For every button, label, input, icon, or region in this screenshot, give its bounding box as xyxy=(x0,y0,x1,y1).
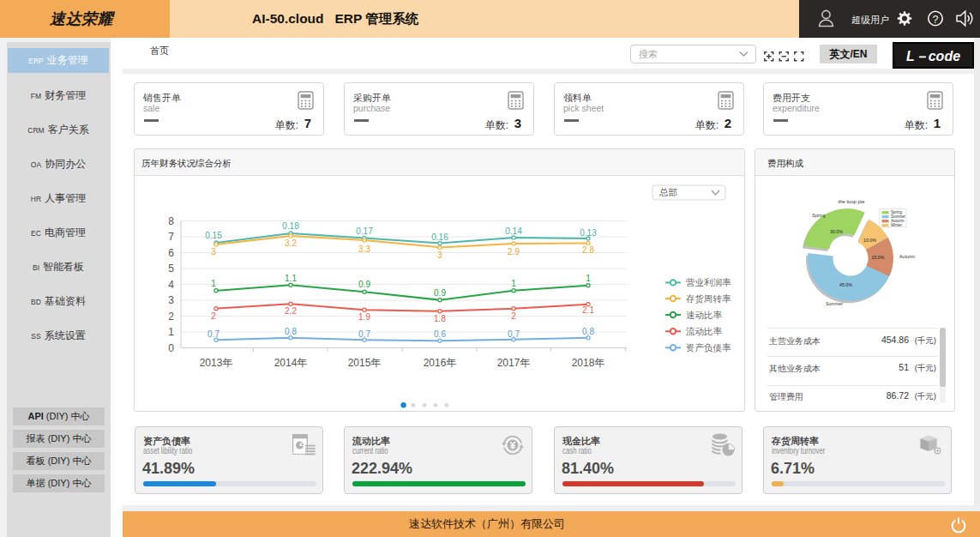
svg-text:4: 4 xyxy=(168,279,174,291)
svg-text:2: 2 xyxy=(511,311,516,321)
svg-text:2017年: 2017年 xyxy=(497,357,531,369)
svg-text:2: 2 xyxy=(168,311,174,323)
svg-text:15.0%: 15.0% xyxy=(871,255,884,260)
svg-text:the loop pie: the loop pie xyxy=(838,199,865,204)
svg-text:2016年: 2016年 xyxy=(424,357,457,369)
svg-text:2018年: 2018年 xyxy=(572,357,605,369)
svg-text:0.17: 0.17 xyxy=(356,226,373,236)
svg-text:0.14: 0.14 xyxy=(505,226,522,236)
svg-text:0.13: 0.13 xyxy=(580,228,597,238)
svg-text:2.1: 2.1 xyxy=(582,305,594,315)
svg-text:1.8: 1.8 xyxy=(434,314,446,323)
svg-text:Spring: Spring xyxy=(812,213,825,218)
svg-text:2.9: 2.9 xyxy=(508,247,520,256)
svg-text:1: 1 xyxy=(211,279,216,288)
svg-text:Summer: Summer xyxy=(826,301,843,306)
svg-text:速动比率: 速动比率 xyxy=(686,310,723,320)
svg-text:0.6: 0.6 xyxy=(434,329,446,339)
svg-text:45.0%: 45.0% xyxy=(839,282,852,287)
svg-text:0.15: 0.15 xyxy=(205,231,222,240)
svg-text:3: 3 xyxy=(211,247,216,256)
svg-text:0.9: 0.9 xyxy=(358,280,370,289)
svg-text:3: 3 xyxy=(437,250,442,260)
svg-text:0.8: 0.8 xyxy=(582,327,594,336)
svg-text:总部: 总部 xyxy=(658,187,677,197)
svg-text:2.8: 2.8 xyxy=(582,245,594,255)
svg-text:0.7: 0.7 xyxy=(508,329,520,339)
svg-text:2: 2 xyxy=(211,311,216,321)
svg-text:1.1: 1.1 xyxy=(285,274,297,283)
svg-text:0.7: 0.7 xyxy=(207,329,219,339)
svg-text:资产负债率: 资产负债率 xyxy=(686,342,731,353)
svg-text:0.7: 0.7 xyxy=(358,329,370,339)
svg-text:1: 1 xyxy=(511,279,516,288)
svg-text:1: 1 xyxy=(168,326,174,338)
svg-text:8: 8 xyxy=(168,215,174,227)
svg-text:2014年: 2014年 xyxy=(274,357,308,369)
svg-text:3: 3 xyxy=(168,294,174,306)
svg-text:6: 6 xyxy=(168,247,174,259)
svg-text:3.2: 3.2 xyxy=(285,238,297,248)
svg-text:1: 1 xyxy=(586,274,591,283)
svg-text:5: 5 xyxy=(168,262,174,275)
svg-text:Winter: Winter xyxy=(891,223,903,227)
svg-text:Autumn: Autumn xyxy=(899,254,915,259)
svg-text:30.0%: 30.0% xyxy=(830,229,843,234)
svg-text:0.9: 0.9 xyxy=(434,288,446,298)
svg-text:0.18: 0.18 xyxy=(282,221,299,231)
svg-text:0: 0 xyxy=(168,342,174,354)
svg-text:2015年: 2015年 xyxy=(348,357,382,369)
svg-text:营业利润率: 营业利润率 xyxy=(686,277,731,287)
svg-text:2.2: 2.2 xyxy=(285,306,297,316)
svg-text:1.9: 1.9 xyxy=(358,312,370,322)
svg-text:流动比率: 流动比率 xyxy=(686,326,723,336)
svg-text:0.16: 0.16 xyxy=(431,232,448,242)
svg-text:0.8: 0.8 xyxy=(285,327,297,336)
svg-text:10.0%: 10.0% xyxy=(863,238,876,243)
svg-text:存货周转率: 存货周转率 xyxy=(686,293,731,304)
svg-text:7: 7 xyxy=(168,231,174,243)
svg-text:3.3: 3.3 xyxy=(358,244,370,254)
svg-text:?: ? xyxy=(933,14,939,26)
svg-text:2013年: 2013年 xyxy=(200,357,233,369)
